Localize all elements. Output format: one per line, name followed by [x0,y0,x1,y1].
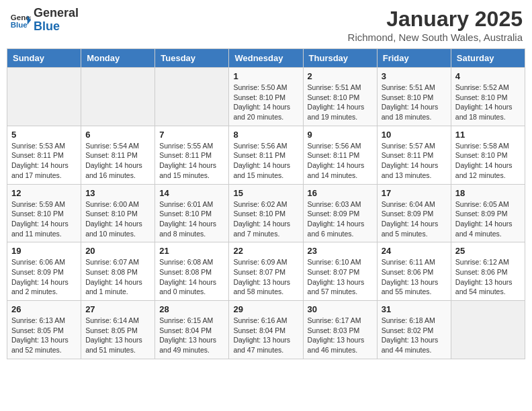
day-info: Sunrise: 5:51 AM Sunset: 8:10 PM Dayligh… [308,83,373,122]
calendar-cell: 12Sunrise: 5:59 AM Sunset: 8:10 PM Dayli… [7,184,81,242]
day-number: 30 [308,304,373,314]
day-info: Sunrise: 6:05 AM Sunset: 8:09 PM Dayligh… [455,199,521,239]
calendar-cell: 10Sunrise: 5:57 AM Sunset: 8:11 PM Dayli… [377,126,451,184]
month-title: January 2025 [348,7,523,32]
logo-icon: General Blue [9,9,31,31]
day-info: Sunrise: 6:11 AM Sunset: 8:06 PM Dayligh… [382,257,447,297]
day-number: 19 [11,246,77,256]
calendar-cell: 19Sunrise: 6:06 AM Sunset: 8:09 PM Dayli… [7,242,81,301]
day-number: 16 [308,188,373,198]
logo-general-text: General [34,7,79,20]
weekday-header-friday: Friday [377,49,451,68]
calendar-cell: 27Sunrise: 6:14 AM Sunset: 8:05 PM Dayli… [81,301,155,359]
day-number: 9 [308,130,373,140]
logo-blue-text: Blue [34,20,79,34]
calendar-cell: 30Sunrise: 6:17 AM Sunset: 8:03 PM Dayli… [303,301,377,359]
day-number: 27 [85,304,150,314]
calendar-cell: 4Sunrise: 5:52 AM Sunset: 8:10 PM Daylig… [451,68,525,126]
day-number: 25 [455,246,521,256]
calendar-cell: 24Sunrise: 6:11 AM Sunset: 8:06 PM Dayli… [377,242,451,301]
calendar-cell: 26Sunrise: 6:13 AM Sunset: 8:05 PM Dayli… [7,301,81,359]
calendar-cell: 15Sunrise: 6:02 AM Sunset: 8:10 PM Dayli… [229,184,303,242]
title-block: January 2025 Richmond, New South Wales, … [348,7,523,43]
logo-text: General Blue [34,7,79,34]
calendar-week-row: 12Sunrise: 5:59 AM Sunset: 8:10 PM Dayli… [7,184,525,242]
weekday-header-thursday: Thursday [303,49,377,68]
day-number: 31 [382,304,447,314]
calendar-cell: 11Sunrise: 5:58 AM Sunset: 8:10 PM Dayli… [451,126,525,184]
day-info: Sunrise: 5:53 AM Sunset: 8:11 PM Dayligh… [11,141,77,181]
calendar-cell: 3Sunrise: 5:51 AM Sunset: 8:10 PM Daylig… [377,68,451,126]
calendar-cell: 9Sunrise: 5:56 AM Sunset: 8:11 PM Daylig… [303,126,377,184]
calendar-cell: 14Sunrise: 6:01 AM Sunset: 8:10 PM Dayli… [155,184,229,242]
day-number: 8 [233,130,298,140]
day-number: 5 [11,130,77,140]
calendar-header-row: SundayMondayTuesdayWednesdayThursdayFrid… [7,49,525,68]
calendar-week-row: 26Sunrise: 6:13 AM Sunset: 8:05 PM Dayli… [7,301,525,359]
calendar-cell: 5Sunrise: 5:53 AM Sunset: 8:11 PM Daylig… [7,126,81,184]
day-info: Sunrise: 5:58 AM Sunset: 8:10 PM Dayligh… [455,141,521,181]
day-info: Sunrise: 5:52 AM Sunset: 8:10 PM Dayligh… [455,83,521,122]
weekday-header-tuesday: Tuesday [155,49,229,68]
calendar-week-row: 5Sunrise: 5:53 AM Sunset: 8:11 PM Daylig… [7,126,525,184]
page-header: General Blue General Blue January 2025 R… [7,7,525,43]
calendar-cell: 25Sunrise: 6:12 AM Sunset: 8:06 PM Dayli… [451,242,525,301]
calendar-cell: 7Sunrise: 5:55 AM Sunset: 8:11 PM Daylig… [155,126,229,184]
calendar-cell: 2Sunrise: 5:51 AM Sunset: 8:10 PM Daylig… [303,68,377,126]
day-number: 23 [308,246,373,256]
day-number: 21 [159,246,224,256]
svg-text:Blue: Blue [11,20,28,28]
day-number: 6 [85,130,150,140]
calendar-cell: 28Sunrise: 6:15 AM Sunset: 8:04 PM Dayli… [155,301,229,359]
day-info: Sunrise: 5:57 AM Sunset: 8:11 PM Dayligh… [382,141,447,181]
day-number: 29 [233,304,298,314]
day-number: 11 [455,130,521,140]
day-number: 15 [233,188,298,198]
day-info: Sunrise: 5:51 AM Sunset: 8:10 PM Dayligh… [382,83,447,122]
day-number: 12 [11,188,77,198]
weekday-header-wednesday: Wednesday [229,49,303,68]
day-info: Sunrise: 5:50 AM Sunset: 8:10 PM Dayligh… [233,83,298,122]
calendar-table: SundayMondayTuesdayWednesdayThursdayFrid… [7,48,525,359]
day-info: Sunrise: 6:04 AM Sunset: 8:09 PM Dayligh… [382,199,447,239]
weekday-header-sunday: Sunday [7,49,81,68]
weekday-header-saturday: Saturday [451,49,525,68]
day-info: Sunrise: 6:15 AM Sunset: 8:04 PM Dayligh… [159,316,224,355]
day-info: Sunrise: 6:12 AM Sunset: 8:06 PM Dayligh… [455,257,521,297]
day-number: 17 [382,188,447,198]
calendar-cell: 1Sunrise: 5:50 AM Sunset: 8:10 PM Daylig… [229,68,303,126]
calendar-cell: 20Sunrise: 6:07 AM Sunset: 8:08 PM Dayli… [81,242,155,301]
day-number: 2 [308,71,373,81]
day-info: Sunrise: 6:16 AM Sunset: 8:04 PM Dayligh… [233,316,298,355]
day-info: Sunrise: 6:06 AM Sunset: 8:09 PM Dayligh… [11,257,77,297]
calendar-cell: 16Sunrise: 6:03 AM Sunset: 8:09 PM Dayli… [303,184,377,242]
day-number: 22 [233,246,298,256]
calendar-cell [7,68,81,126]
day-info: Sunrise: 6:07 AM Sunset: 8:08 PM Dayligh… [85,257,150,297]
day-info: Sunrise: 6:02 AM Sunset: 8:10 PM Dayligh… [233,199,298,239]
location-text: Richmond, New South Wales, Australia [348,32,523,43]
calendar-cell: 6Sunrise: 5:54 AM Sunset: 8:11 PM Daylig… [81,126,155,184]
day-info: Sunrise: 6:08 AM Sunset: 8:08 PM Dayligh… [159,257,224,297]
day-info: Sunrise: 5:59 AM Sunset: 8:10 PM Dayligh… [11,199,77,239]
calendar-cell [81,68,155,126]
calendar-week-row: 1Sunrise: 5:50 AM Sunset: 8:10 PM Daylig… [7,68,525,126]
day-number: 3 [382,71,447,81]
calendar-cell: 29Sunrise: 6:16 AM Sunset: 8:04 PM Dayli… [229,301,303,359]
calendar-cell: 23Sunrise: 6:10 AM Sunset: 8:07 PM Dayli… [303,242,377,301]
calendar-cell [155,68,229,126]
day-info: Sunrise: 6:13 AM Sunset: 8:05 PM Dayligh… [11,316,77,355]
day-number: 14 [159,188,224,198]
day-info: Sunrise: 6:09 AM Sunset: 8:07 PM Dayligh… [233,257,298,297]
calendar-cell: 8Sunrise: 5:56 AM Sunset: 8:11 PM Daylig… [229,126,303,184]
day-number: 7 [159,130,224,140]
calendar-week-row: 19Sunrise: 6:06 AM Sunset: 8:09 PM Dayli… [7,242,525,301]
calendar-cell: 21Sunrise: 6:08 AM Sunset: 8:08 PM Dayli… [155,242,229,301]
day-number: 28 [159,304,224,314]
calendar-cell: 13Sunrise: 6:00 AM Sunset: 8:10 PM Dayli… [81,184,155,242]
day-info: Sunrise: 6:10 AM Sunset: 8:07 PM Dayligh… [308,257,373,297]
day-number: 26 [11,304,77,314]
logo: General Blue General Blue [9,7,79,34]
day-info: Sunrise: 6:00 AM Sunset: 8:10 PM Dayligh… [85,199,150,239]
day-number: 20 [85,246,150,256]
